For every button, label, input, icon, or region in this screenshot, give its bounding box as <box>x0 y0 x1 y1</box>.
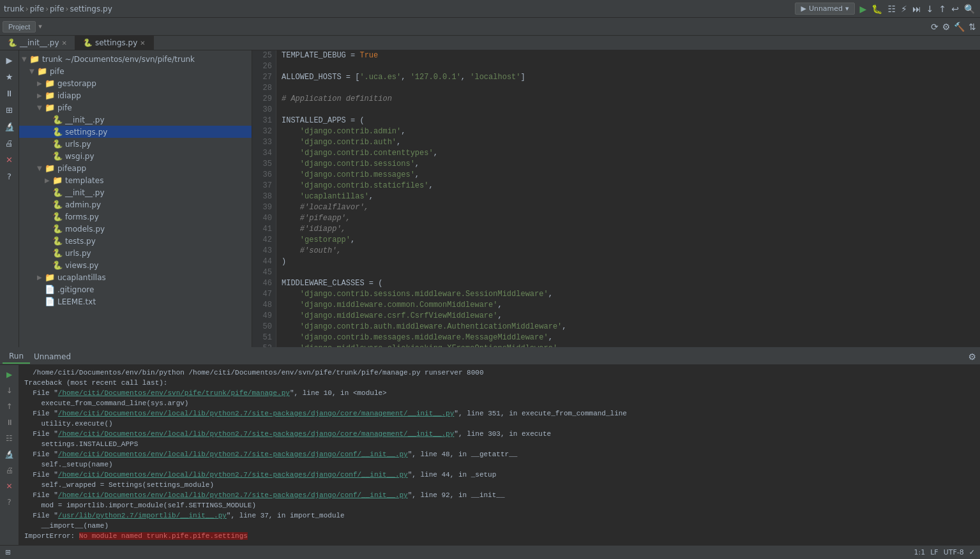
run-play-icon[interactable]: ▶ <box>3 368 17 382</box>
traceback-link-7[interactable]: /usr/lib/python2.7/importlib/__init__.py <box>58 512 227 519</box>
bc-pife2[interactable]: pife <box>50 4 64 13</box>
tree-urls-py[interactable]: 🐍 urls.py <box>19 138 252 150</box>
code-line-48: 'django.middleware.common.CommonMiddlewa… <box>282 300 975 311</box>
tree-settings-py[interactable]: 🐍 settings.py <box>19 126 252 138</box>
bc-settings[interactable]: settings.py <box>70 4 112 13</box>
tree-pifeapp[interactable]: ▼ 📁 pifeapp <box>19 162 252 174</box>
second-bar: Project ▾ ⟳ ⚙ 🔨 ⇅ <box>0 18 980 36</box>
tree-models-py[interactable]: 🐍 models.py <box>19 223 252 235</box>
run-pause-icon[interactable]: ⏸ <box>3 415 17 429</box>
tab-run[interactable]: Run <box>3 350 30 364</box>
run-down-icon[interactable]: ↓ <box>3 384 17 398</box>
tree-pife-sub-icon: 📁 <box>45 103 55 112</box>
code-content: TEMPLATE_DEBUG = True ALLOWED_HOSTS = ['… <box>276 50 980 347</box>
traceback-link-2[interactable]: /home/citi/Documentos/env/local/lib/pyth… <box>58 410 455 417</box>
console-line-6: utility.execute() <box>24 419 975 429</box>
left-icon-pause[interactable]: ⏸ <box>3 86 17 100</box>
coverage-button[interactable]: ☷ <box>886 3 897 15</box>
tree-tests-py[interactable]: 🐍 tests.py <box>19 235 252 247</box>
left-icon-favorites[interactable]: ★ <box>3 70 17 84</box>
tree-views-py-label: views.py <box>65 261 98 270</box>
build-icon[interactable]: 🔨 <box>953 20 966 33</box>
tree-templates[interactable]: ▶ 📁 templates <box>19 174 252 186</box>
project-button[interactable]: Project <box>3 21 36 33</box>
bottom-settings-icon[interactable]: ⚙ <box>967 350 977 363</box>
error-message: No module named trunk.pife.pife.settings <box>79 532 248 540</box>
tree-pifeapp-arrow: ▼ <box>37 165 45 172</box>
small-toolbar: ⟳ ⚙ 🔨 ⇅ <box>930 20 977 33</box>
run-stats-icon[interactable]: ☷ <box>3 431 17 445</box>
tab-init[interactable]: 🐍 __init__.py ✕ <box>0 36 75 50</box>
tree-pifeapp-urls-label: urls.py <box>65 249 91 258</box>
code-editor[interactable]: 25 26 27 28 29 30 31 32 33 34 35 36 37 3… <box>252 50 980 347</box>
left-icon-help[interactable]: ? <box>3 169 17 183</box>
step-over[interactable]: ⏭ <box>911 3 923 15</box>
step-up[interactable]: ↑ <box>938 3 948 15</box>
bc-pife1[interactable]: pife <box>30 4 45 13</box>
left-icon-print[interactable]: 🖨 <box>3 136 17 150</box>
code-line-50: 'django.contrib.auth.middleware.Authenti… <box>282 322 975 332</box>
code-line-26 <box>282 61 975 72</box>
run-inspect-icon[interactable]: 🔬 <box>3 447 17 461</box>
console-output: /home/citi/Documentos/env/bin/python /ho… <box>19 365 980 545</box>
sync-icon[interactable]: ⟳ <box>930 20 940 33</box>
tree-gestorapp-icon: 📁 <box>45 78 55 88</box>
tree-pife-sub[interactable]: ▼ 📁 pife <box>19 101 252 114</box>
traceback-link-1[interactable]: /home/citi/Documentos/env/svn/pife/trunk… <box>58 389 290 397</box>
debug-button[interactable]: 🐛 <box>870 3 884 15</box>
tree-pife[interactable]: ▼ 📁 pife <box>19 65 252 77</box>
code-line-47: 'django.contrib.sessions.middleware.Sess… <box>282 289 975 300</box>
tree-gitignore[interactable]: 📄 .gitignore <box>19 283 252 295</box>
run-button[interactable]: ▶ <box>859 3 868 15</box>
traceback-link-6[interactable]: /home/citi/Documentos/env/local/lib/pyth… <box>58 491 408 499</box>
profile-button[interactable]: ⚡ <box>900 3 908 15</box>
tree-gestorapp[interactable]: ▶ 📁 gestorapp <box>19 77 252 89</box>
tree-admin-py-label: admin.py <box>65 200 101 209</box>
traceback-link-4[interactable]: /home/citi/Documentos/env/local/lib/pyth… <box>58 451 408 458</box>
traceback-link-5[interactable]: /home/citi/Documentos/env/local/lib/pyth… <box>58 471 408 479</box>
tree-init-py[interactable]: 🐍 __init__.py <box>19 114 252 126</box>
console-line-error: ImportError: No module named trunk.pife.… <box>24 531 975 541</box>
tree-root-icon: 📁 <box>29 54 40 64</box>
search-button[interactable]: 🔍 <box>963 3 976 15</box>
tab-init-icon: 🐍 <box>8 38 17 47</box>
step-down[interactable]: ↓ <box>925 3 935 15</box>
tree-ucaplantillas[interactable]: ▶ 📁 ucaplantillas <box>19 271 252 283</box>
config-icon[interactable]: ⚙ <box>941 20 952 33</box>
run-up-icon[interactable]: ↑ <box>3 399 17 414</box>
traceback-link-3[interactable]: /home/citi/Documentos/env/local/lib/pyth… <box>58 430 455 438</box>
tree-views-py[interactable]: 🐍 views.py <box>19 259 252 271</box>
project-dropdown[interactable]: ▾ <box>38 22 42 31</box>
tree-root[interactable]: ▼ 📁 trunk ~/Documentos/env/svn/pife/trun… <box>19 53 252 65</box>
left-icon-inspect[interactable]: 🔬 <box>3 119 17 133</box>
code-line-37: 'django.contrib.staticfiles', <box>282 181 975 191</box>
undo-button[interactable]: ↩ <box>950 3 960 15</box>
run-stop-icon[interactable]: ✕ <box>3 479 17 493</box>
run-config[interactable]: ▶ Unnamed ▾ <box>795 3 854 15</box>
tree-pife-icon: 📁 <box>37 66 47 76</box>
left-icon-stop[interactable]: ✕ <box>3 153 17 167</box>
left-icon-structure[interactable]: ⊞ <box>3 103 17 117</box>
tree-admin-py[interactable]: 🐍 admin.py <box>19 198 252 211</box>
tree-idiapp[interactable]: ▶ 📁 idiapp <box>19 89 252 101</box>
tree-pifeapp-init[interactable]: 🐍 __init__.py <box>19 186 252 198</box>
code-line-38: 'ucaplantillas', <box>282 191 975 202</box>
tree-wsgi-py[interactable]: 🐍 wsgi.py <box>19 150 252 162</box>
run-help-icon[interactable]: ? <box>3 495 17 509</box>
left-icon-run[interactable]: ▶ <box>3 53 17 67</box>
tree-pifeapp-icon: 📁 <box>45 163 55 173</box>
code-line-46: MIDDLEWARE_CLASSES = ( <box>282 278 975 289</box>
tree-pifeapp-urls[interactable]: 🐍 urls.py <box>19 247 252 259</box>
bc-trunk[interactable]: trunk <box>4 4 24 13</box>
tab-settings[interactable]: 🐍 settings.py ✕ <box>75 36 154 50</box>
tab-settings-close[interactable]: ✕ <box>140 40 145 47</box>
line-numbers: 25 26 27 28 29 30 31 32 33 34 35 36 37 3… <box>252 50 276 347</box>
code-line-51: 'django.contrib.messages.middleware.Mess… <box>282 332 975 343</box>
tree-leeme[interactable]: 📄 LEEME.txt <box>19 295 252 308</box>
console-line-15: File "/usr/lib/python2.7/importlib/__ini… <box>24 511 975 521</box>
code-line-31: INSTALLED_APPS = ( <box>282 116 975 126</box>
tree-forms-py[interactable]: 🐍 forms.py <box>19 211 252 223</box>
sort-icon[interactable]: ⇅ <box>967 20 977 33</box>
run-print-icon[interactable]: 🖨 <box>3 463 17 477</box>
tab-init-close[interactable]: ✕ <box>62 40 67 47</box>
